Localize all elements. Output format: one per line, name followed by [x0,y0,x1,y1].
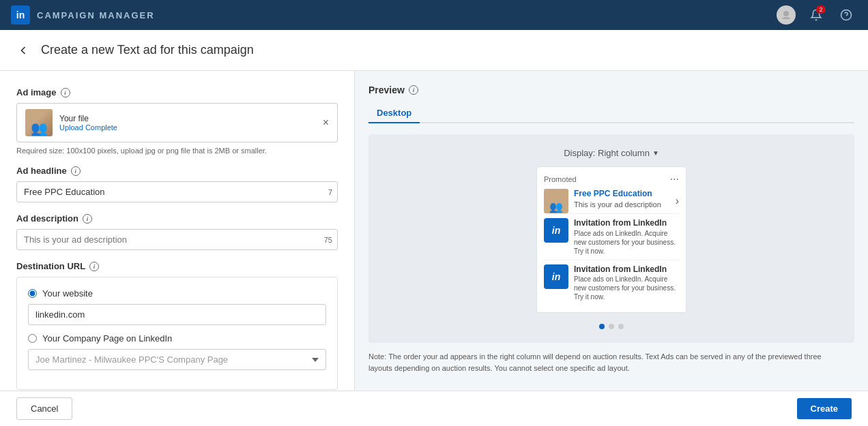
headline-char-count: 7 [328,188,332,196]
ad-headline-help-icon[interactable]: i [71,166,81,176]
preview-area: Display: Right column ▼ Promoted ··· Fre… [368,134,854,343]
upload-status: Upload Complete [59,123,323,132]
upload-filename: Your file [59,114,323,123]
dot-1[interactable] [599,324,605,329]
main-layout: Ad image i Your file Upload Complete × R… [0,71,868,391]
tab-desktop[interactable]: Desktop [368,104,420,123]
nav-left: in CAMPAIGN MANAGER [11,5,155,25]
ad-description-label: Ad description i [16,213,338,224]
ad-content: Free PPC Education This is your ad descr… [544,189,679,213]
company-page-label[interactable]: Your Company Page on LinkedIn [28,333,326,344]
destination-url-section: Destination URL i Your website Your Com [16,261,338,390]
notification-badge: 2 [816,5,826,14]
website-url-input[interactable] [28,304,326,325]
ad-headline-input[interactable] [16,181,338,202]
invitation-headline-1: Invitation from LinkedIn [574,218,679,229]
invitation-desc-1: Place ads on LinkedIn. Acquire new custo… [574,229,679,256]
ad-preview-description: This is your ad description [574,200,667,209]
tab-bar: Desktop [368,104,854,123]
ad-headline-wrapper: 7 [16,181,338,202]
dot-3[interactable] [618,324,624,329]
destination-url-box: Your website Your Company Page on Linked… [16,277,338,390]
display-chevron-icon: ▼ [652,149,659,157]
ad-image-section: Ad image i Your file Upload Complete × R… [16,87,338,155]
ad-description-help-icon[interactable]: i [83,214,92,224]
right-panel: Preview i Desktop Display: Right column … [355,71,868,391]
linkedin-logo-icon: in [11,5,30,25]
more-options-button[interactable]: ··· [670,174,679,185]
your-website-radio[interactable] [28,289,37,298]
back-button[interactable] [16,44,30,57]
linkedin-icon-2: in [544,264,568,289]
cancel-button[interactable]: Cancel [16,397,72,420]
user-avatar [777,5,796,25]
upload-info: Your file Upload Complete [59,114,323,132]
ad-description-wrapper: 75 [16,229,338,250]
your-website-label[interactable]: Your website [28,288,326,299]
company-page-option: Your Company Page on LinkedIn Joe Martin… [28,333,326,370]
bottom-bar: Cancel Create [0,391,868,426]
help-button[interactable] [835,4,857,26]
user-account-button[interactable] [775,4,797,26]
invitation-desc-2: Place ads on LinkedIn. Acquire new custo… [574,275,679,301]
preview-note: Note: The order your ad appears in the r… [368,351,833,374]
your-website-option: Your website [28,288,326,325]
left-panel: Ad image i Your file Upload Complete × R… [0,71,355,391]
dot-2[interactable] [609,324,614,329]
invitation-ad-2: in Invitation from LinkedIn Place ads on… [544,260,679,306]
page-title: Create a new Text ad for this campaign [41,43,254,57]
promoted-tag: Promoted [544,175,577,183]
upload-hint: Required size: 100x100 pixels, upload jp… [16,147,338,155]
upload-area: Your file Upload Complete × [16,103,338,142]
destination-url-help-icon[interactable]: i [89,262,99,271]
ad-preview-headline: Free PPC Education [574,189,667,200]
notifications-button[interactable]: 2 [805,4,827,26]
carousel-dots [599,324,624,329]
ad-card-header: Promoted ··· [544,174,679,185]
ad-description-section: Ad description i 75 [16,213,338,250]
ad-headline-label: Ad headline i [16,166,338,176]
company-page-select[interactable]: Joe Martinez - Milwaukee PPC'S Company P… [28,349,326,370]
invitation-text-2: Invitation from LinkedIn Place ads on Li… [574,264,679,302]
nav-right: 2 [775,4,857,26]
preview-title: Preview i [368,85,854,95]
svg-point-0 [783,11,789,16]
upload-close-button[interactable]: × [323,117,329,129]
ad-description-input[interactable] [16,229,338,250]
brand-title: CAMPAIGN MANAGER [37,10,155,20]
create-button[interactable]: Create [797,398,852,419]
ad-headline-section: Ad headline i 7 [16,166,338,202]
linkedin-icon-1: in [544,218,568,243]
ad-arrow-button[interactable]: › [676,195,679,207]
company-page-radio[interactable] [28,334,37,343]
invitation-ad-1: in Invitation from LinkedIn Place ads on… [544,213,679,260]
ad-image-help-icon[interactable]: i [61,88,70,97]
description-char-count: 75 [324,236,332,244]
page-header: Create a new Text ad for this campaign [0,30,868,71]
ad-text-block: Free PPC Education This is your ad descr… [574,189,667,209]
top-navigation: in CAMPAIGN MANAGER 2 [0,0,868,30]
upload-thumbnail [25,109,53,136]
preview-help-icon[interactable]: i [409,85,418,95]
ad-image-thumbnail [544,189,568,213]
invitation-text-1: Invitation from LinkedIn Place ads on Li… [574,218,679,256]
invitation-headline-2: Invitation from LinkedIn [574,264,679,275]
destination-url-label: Destination URL i [16,261,338,271]
ad-image-label: Ad image i [16,87,338,97]
ad-preview-card: Promoted ··· Free PPC Education This is … [536,166,686,313]
display-selector[interactable]: Display: Right column ▼ [564,148,659,158]
